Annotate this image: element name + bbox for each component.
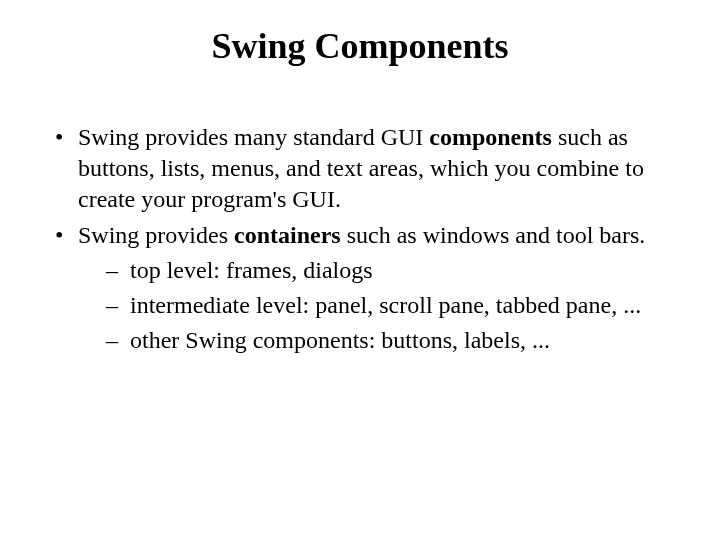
bullet-list: Swing provides many standard GUI compone… — [30, 122, 690, 356]
sub-bullet-item: intermediate level: panel, scroll pane, … — [106, 290, 690, 321]
sub-bullet-item: other Swing components: buttons, labels,… — [106, 325, 690, 356]
bullet-text: Swing provides — [78, 222, 234, 248]
sub-bullet-list: top level: frames, dialogs intermediate … — [78, 255, 690, 357]
bullet-bold: containers — [234, 222, 341, 248]
page-title: Swing Components — [30, 25, 690, 67]
bullet-text: Swing provides many standard GUI — [78, 124, 429, 150]
bullet-text: such as windows and tool bars. — [341, 222, 646, 248]
bullet-bold: components — [429, 124, 552, 150]
bullet-item: Swing provides many standard GUI compone… — [50, 122, 690, 216]
bullet-item: Swing provides containers such as window… — [50, 220, 690, 357]
sub-bullet-item: top level: frames, dialogs — [106, 255, 690, 286]
